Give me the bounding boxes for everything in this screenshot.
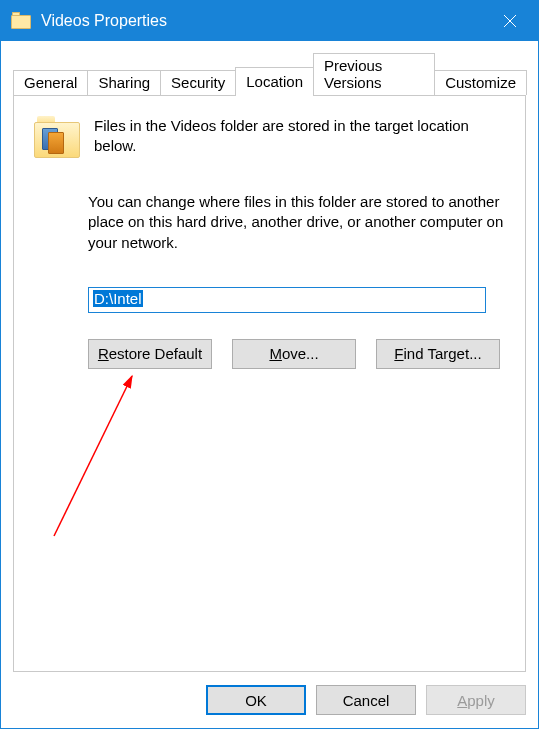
svg-line-2 bbox=[54, 376, 132, 536]
tab-customize[interactable]: Customize bbox=[434, 70, 527, 95]
tab-sharing[interactable]: Sharing bbox=[87, 70, 161, 95]
videos-folder-icon bbox=[34, 116, 80, 158]
dialog-button-bar: OK Cancel Apply bbox=[1, 672, 538, 728]
tab-security[interactable]: Security bbox=[160, 70, 236, 95]
close-icon bbox=[503, 14, 517, 28]
tab-general[interactable]: General bbox=[13, 70, 88, 95]
restore-default-button[interactable]: Restore Default bbox=[88, 339, 212, 369]
annotation-arrow bbox=[44, 356, 154, 546]
path-input[interactable]: D:\Intel bbox=[88, 287, 486, 313]
ok-button[interactable]: OK bbox=[206, 685, 306, 715]
tab-strip: General Sharing Security Location Previo… bbox=[13, 53, 526, 95]
description-text: You can change where files in this folde… bbox=[88, 192, 505, 253]
titlebar[interactable]: Videos Properties bbox=[1, 1, 538, 41]
client-area: General Sharing Security Location Previo… bbox=[1, 41, 538, 672]
folder-icon bbox=[11, 11, 31, 31]
tab-panel-location: Files in the Videos folder are stored in… bbox=[13, 95, 526, 672]
tab-location[interactable]: Location bbox=[235, 67, 314, 96]
move-button[interactable]: Move... bbox=[232, 339, 356, 369]
cancel-button[interactable]: Cancel bbox=[316, 685, 416, 715]
find-target-button[interactable]: Find Target... bbox=[376, 339, 500, 369]
apply-button[interactable]: Apply bbox=[426, 685, 526, 715]
intro-text: Files in the Videos folder are stored in… bbox=[94, 116, 505, 157]
action-button-row: Restore Default Move... Find Target... bbox=[88, 339, 505, 369]
properties-dialog: Videos Properties General Sharing Securi… bbox=[0, 0, 539, 729]
close-button[interactable] bbox=[482, 1, 538, 41]
window-title: Videos Properties bbox=[41, 12, 482, 30]
tab-previous-versions[interactable]: Previous Versions bbox=[313, 53, 435, 95]
